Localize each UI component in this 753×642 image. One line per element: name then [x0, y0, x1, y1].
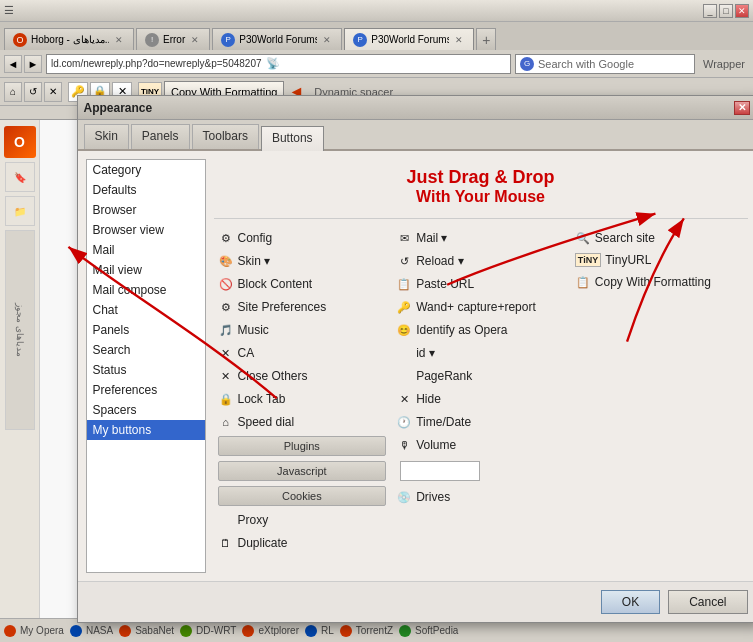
btn-search-site-label: Search site [595, 231, 655, 245]
tab-p30world-1[interactable]: P P30World Forums... ✕ [212, 28, 342, 50]
title-bar-left: ☰ [4, 4, 14, 17]
btn-close-others[interactable]: ✕ Close Others [214, 365, 391, 387]
dialog-content: Category Defaults Browser Browser view M… [78, 151, 754, 581]
drives-icon: 💿 [396, 489, 412, 505]
btn-plugins[interactable]: Plugins [218, 436, 387, 456]
btn-volume[interactable]: 🎙 Volume [392, 434, 569, 456]
cat-my-buttons[interactable]: My buttons [87, 420, 205, 440]
btn-proxy[interactable]: Proxy [214, 509, 391, 531]
status-torrentz: TorrentZ [340, 625, 393, 637]
tab-skin[interactable]: Skin [84, 124, 129, 149]
tab-close-error[interactable]: ✕ [189, 34, 201, 46]
nasa-dot [70, 625, 82, 637]
dialog-title-bar: Appearance ✕ [78, 96, 754, 120]
btn-javascript[interactable]: Javascript [218, 461, 387, 481]
btn-config[interactable]: ⚙ Config [214, 227, 391, 249]
cat-mail-compose[interactable]: Mail compose [87, 280, 205, 300]
tab-close-p30-2[interactable]: ✕ [453, 34, 465, 46]
cat-browser[interactable]: Browser [87, 200, 205, 220]
cat-search[interactable]: Search [87, 340, 205, 360]
sidebar-rtl-content: مدیاهای مجوز [5, 230, 35, 430]
cat-chat[interactable]: Chat [87, 300, 205, 320]
volume-icon: 🎙 [396, 437, 412, 453]
minimize-btn[interactable]: _ [703, 4, 717, 18]
btn-duplicate[interactable]: 🗒 Duplicate [214, 532, 391, 554]
btn-block-content[interactable]: 🚫 Block Content [214, 273, 391, 295]
btn-ca[interactable]: ✕ CA [214, 342, 391, 364]
cat-browser-view[interactable]: Browser view [87, 220, 205, 240]
tab-label-error: Error [163, 34, 185, 45]
stop-btn[interactable]: ✕ [44, 82, 62, 102]
tab-error[interactable]: ! Error ✕ [136, 28, 210, 50]
btn-copy-formatting[interactable]: 📋 Copy With Formatting [571, 271, 748, 293]
window-controls: _ □ ✕ [703, 4, 749, 18]
tab-panels[interactable]: Panels [131, 124, 190, 149]
tab-favicon-p30-2: P [353, 33, 367, 47]
btn-reload[interactable]: ↺ Reload ▾ [392, 250, 569, 272]
cat-category[interactable]: Category [87, 160, 205, 180]
dialog-close-btn[interactable]: ✕ [734, 101, 750, 115]
btn-speed-dial[interactable]: ⌂ Speed dial [214, 411, 391, 433]
btn-id-label: id ▾ [416, 346, 435, 360]
forward-btn[interactable]: ► [24, 55, 42, 73]
cat-status[interactable]: Status [87, 360, 205, 380]
btn-time-date[interactable]: 🕐 Time/Date [392, 411, 569, 433]
home-btn[interactable]: ⌂ [4, 82, 22, 102]
search-box[interactable]: G Search with Google [515, 54, 695, 74]
cat-mail-view[interactable]: Mail view [87, 260, 205, 280]
config-icon: ⚙ [218, 230, 234, 246]
btn-pagerank[interactable]: PageRank [392, 365, 569, 387]
rl-label: RL [321, 625, 334, 636]
tab-buttons[interactable]: Buttons [261, 126, 324, 151]
browser-menu-btn[interactable]: ☰ [4, 4, 14, 17]
address-bar: ◄ ► ld.com/newreply.php?do=newreply&p=50… [0, 50, 753, 78]
sidebar-btn-2[interactable]: 📁 [5, 196, 35, 226]
tab-close-p30-1[interactable]: ✕ [321, 34, 333, 46]
tab-p30world-2[interactable]: P P30World Forums... ✕ [344, 28, 474, 50]
cat-defaults[interactable]: Defaults [87, 180, 205, 200]
btn-tinyurl[interactable]: TiNY TinyURL [571, 250, 748, 270]
ca-icon: ✕ [218, 345, 234, 361]
address-input[interactable]: ld.com/newreply.php?do=newreply&p=504820… [46, 54, 511, 74]
tab-hoborg[interactable]: O Hoborg - مدیاهای... ✕ [4, 28, 134, 50]
tab-label-p30-2: P30World Forums... [371, 34, 449, 45]
tab-close-hoborg[interactable]: ✕ [113, 34, 125, 46]
tabs-bar: O Hoborg - مدیاهای... ✕ ! Error ✕ P P30W… [0, 22, 753, 50]
btn-music[interactable]: 🎵 Music [214, 319, 391, 341]
btn-close-others-label: Close Others [238, 369, 308, 383]
reload-btn[interactable]: ↺ [24, 82, 42, 102]
btn-lock-tab[interactable]: 🔒 Lock Tab [214, 388, 391, 410]
close-btn[interactable]: ✕ [735, 4, 749, 18]
wrapper-label[interactable]: Wrapper [699, 58, 749, 70]
cancel-btn[interactable]: Cancel [668, 590, 747, 614]
btn-drives[interactable]: 💿 Drives [392, 486, 569, 508]
btn-skin[interactable]: 🎨 Skin ▾ [214, 250, 391, 272]
category-list: Category Defaults Browser Browser view M… [86, 159, 206, 573]
btn-identify-opera[interactable]: 😊 Identify as Opera [392, 319, 569, 341]
btn-wand[interactable]: 🔑 Wand+ capture+report [392, 296, 569, 318]
cat-panels[interactable]: Panels [87, 320, 205, 340]
btn-search-site[interactable]: 🔍 Search site [571, 227, 748, 249]
btn-site-prefs[interactable]: ⚙ Site Preferences [214, 296, 391, 318]
btn-copy-formatting-label: Copy With Formatting [595, 275, 711, 289]
btn-speed-dial-label: Speed dial [238, 415, 295, 429]
cat-spacers[interactable]: Spacers [87, 400, 205, 420]
title-bar: ☰ _ □ ✕ [0, 0, 753, 22]
tab-toolbars[interactable]: Toolbars [192, 124, 259, 149]
cat-preferences[interactable]: Preferences [87, 380, 205, 400]
ok-btn[interactable]: OK [601, 590, 660, 614]
tab-add-btn[interactable]: + [476, 28, 496, 50]
btn-cookies[interactable]: Cookies [218, 486, 387, 506]
maximize-btn[interactable]: □ [719, 4, 733, 18]
speed-dial-icon: ⌂ [218, 414, 234, 430]
cat-mail[interactable]: Mail [87, 240, 205, 260]
back-btn[interactable]: ◄ [4, 55, 22, 73]
btn-id[interactable]: id ▾ [392, 342, 569, 364]
ddwrt-label: DD-WRT [196, 625, 236, 636]
sidebar-btn-1[interactable]: 🔖 [5, 162, 35, 192]
text-input-field[interactable] [400, 461, 480, 481]
btn-mail[interactable]: ✉ Mail ▾ [392, 227, 569, 249]
torrentz-label: TorrentZ [356, 625, 393, 636]
btn-paste-url[interactable]: 📋 Paste URL [392, 273, 569, 295]
btn-hide[interactable]: ✕ Hide [392, 388, 569, 410]
